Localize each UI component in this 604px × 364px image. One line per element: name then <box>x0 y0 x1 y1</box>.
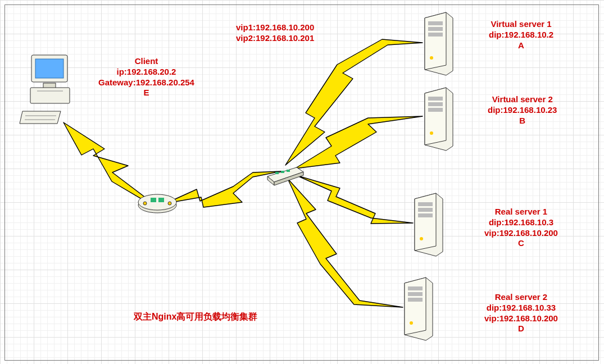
client-gateway: Gateway:192.168.20.254 <box>98 78 194 88</box>
virtual-server-1-icon <box>418 10 458 76</box>
rs1-name: Real server 1 <box>484 207 558 217</box>
svg-rect-34 <box>428 97 443 101</box>
svg-point-43 <box>420 237 423 240</box>
svg-marker-33 <box>425 88 446 145</box>
rs1-label: Real server 1 dip:192.168.10.3 vip:192.1… <box>484 207 558 249</box>
svg-rect-40 <box>418 202 433 206</box>
client-name: Client <box>98 56 194 67</box>
rs2-dip: dip:192.168.10.33 <box>484 303 558 313</box>
vs2-dip: dip:192.168.10.23 <box>488 105 557 116</box>
rs1-vip: vip:192.168.10.200 <box>484 228 558 239</box>
svg-point-49 <box>410 321 413 325</box>
svg-rect-25 <box>287 170 290 172</box>
vs1-name: Virtual server 1 <box>489 19 553 30</box>
vip2-text: vip2:192.168.10.201 <box>236 33 314 44</box>
svg-point-37 <box>430 131 433 135</box>
vip-label: vip1:192.168.10.200 vip2:192.168.10.201 <box>236 22 314 44</box>
svg-rect-24 <box>281 171 284 173</box>
svg-rect-41 <box>418 208 433 212</box>
rs2-name: Real server 2 <box>484 292 558 303</box>
svg-rect-46 <box>408 286 423 290</box>
svg-rect-30 <box>428 33 443 37</box>
svg-rect-16 <box>151 198 156 202</box>
real-server-2-icon <box>398 275 438 342</box>
rs2-label: Real server 2 dip:192.168.10.33 vip:192.… <box>484 292 558 334</box>
rs1-letter: C <box>484 238 558 249</box>
svg-point-31 <box>430 56 433 60</box>
switch-icon <box>263 163 307 186</box>
diagram-title: 双主Nginx高可用负载均衡集群 <box>134 311 257 322</box>
rs2-letter: D <box>484 324 558 334</box>
svg-rect-47 <box>408 292 423 296</box>
vs1-dip: dip:192.168.10.2 <box>489 30 553 40</box>
client-letter: E <box>98 88 194 98</box>
svg-rect-7 <box>35 59 63 78</box>
real-server-1-icon <box>408 191 448 257</box>
client-workstation-icon <box>17 51 84 129</box>
svg-rect-35 <box>428 102 443 106</box>
vs2-label: Virtual server 2 dip:192.168.10.23 B <box>488 94 557 126</box>
vs1-label: Virtual server 1 dip:192.168.10.2 A <box>489 19 553 51</box>
svg-rect-36 <box>428 108 443 112</box>
rs1-dip: dip:192.168.10.3 <box>484 217 558 228</box>
vs2-letter: B <box>488 116 557 126</box>
svg-marker-11 <box>20 111 61 124</box>
svg-marker-39 <box>415 193 436 251</box>
svg-point-18 <box>143 202 147 205</box>
svg-rect-42 <box>418 213 433 217</box>
virtual-server-2-icon <box>418 85 458 152</box>
svg-rect-23 <box>275 172 279 174</box>
client-ip: ip:192.168.20.2 <box>98 67 194 78</box>
svg-rect-28 <box>428 21 443 25</box>
client-label: Client ip:192.168.20.2 Gateway:192.168.2… <box>98 56 194 98</box>
svg-rect-17 <box>158 198 164 202</box>
svg-marker-45 <box>405 277 426 335</box>
rs2-vip: vip:192.168.10.200 <box>484 313 558 324</box>
vs2-name: Virtual server 2 <box>488 94 557 105</box>
svg-rect-29 <box>428 27 443 31</box>
vip1-text: vip1:192.168.10.200 <box>236 22 314 33</box>
svg-rect-9 <box>30 88 70 103</box>
router-icon <box>135 188 180 216</box>
svg-marker-27 <box>425 12 446 70</box>
svg-rect-48 <box>408 298 423 302</box>
vs1-letter: A <box>489 40 553 51</box>
svg-point-19 <box>168 202 171 205</box>
